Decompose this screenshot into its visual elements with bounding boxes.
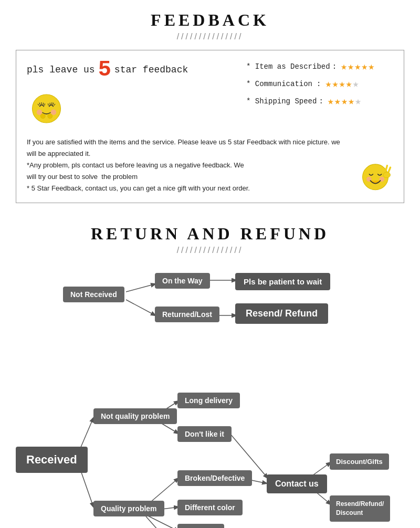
svg-line-8 [51,102,52,104]
feedback-divider: /////////////// [16,32,404,41]
svg-line-32 [146,516,178,528]
rating-label-described: * Item as Described [246,62,330,71]
rating-item-communication: * Communication : ★★★★★ [246,77,393,90]
feedback-title: FEEDBACK [16,10,404,30]
refund-title: RETURN AND REFUND [16,224,404,244]
feedback-line-3: * 5 Star Feedback, contact us, you can g… [27,183,347,194]
on-the-way-box: On the Way [155,273,210,289]
rating-stars-described: ★★★★★ [341,60,375,73]
tagline-number: 5 [98,59,111,81]
svg-point-12 [51,110,57,115]
rating-label-shipping: * Shipping Speed [246,97,317,105]
resend-refund-box: Resend/ Refund [235,303,328,324]
feedback-top-row: pls leave us 5 star feedback [27,59,393,131]
feedback-line-2: *Any problem, pls contact us before leav… [27,160,347,183]
svg-point-20 [383,172,391,178]
contact-us-box: Contact us [267,474,327,493]
refund-section: RETURN AND REFUND /////////////// Not Re… [0,219,420,528]
returned-lost-box: Returned/Lost [155,307,219,322]
received-chart: Received Not quality problem Long delive… [16,365,404,528]
happy-emoji [358,159,393,194]
resend-refund-discount-box: Resend/Refund/ Discount [330,495,390,522]
svg-point-0 [33,94,61,123]
svg-line-21 [126,284,155,292]
resend-refund-discount-label: Resend/Refund/ Discount [336,500,384,516]
rating-item-described: * Item as Described : ★★★★★ [246,60,393,73]
not-received-chart: Not Received On the Way Pls be patient t… [16,266,404,350]
tagline-prefix: pls leave us [27,65,95,75]
rating-label-communication: * Communication [246,80,314,88]
shortage-box: Shortage [177,524,224,528]
sleepy-emoji [27,90,66,129]
feedback-text: If you are satisfied with the items and … [27,136,347,194]
received-box: Received [16,447,88,473]
not-quality-box: Not quality problem [93,408,177,424]
feedback-box: pls leave us 5 star feedback [16,50,404,203]
different-color-box: Different color [177,500,243,515]
not-received-box: Not Received [63,287,124,302]
broken-box: Broken/Defective [177,470,252,486]
rating-stars-communication: ★★★★★ [325,77,359,90]
refund-divider: /////////////// [16,246,404,255]
svg-point-13 [40,114,45,119]
feedback-bottom-row: If you are satisfied with the items and … [27,136,393,194]
svg-line-5 [45,103,45,105]
quality-problem-box: Quality problem [93,501,164,516]
feedback-ratings: * Item as Described : ★★★★★ * Communicat… [246,60,393,108]
svg-point-14 [48,114,52,119]
rating-stars-shipping: ★★★★★ [328,94,362,108]
feedback-section: FEEDBACK /////////////// pls leave us 5 … [0,0,420,219]
tagline-suffix: star feedback [114,65,188,75]
feedback-line-1: If you are satisfied with the items and … [27,136,347,160]
svg-line-3 [41,102,42,104]
discount-gifts-box: Discount/Gifts [330,453,389,470]
rating-item-shipping: * Shipping Speed : ★★★★★ [246,94,393,108]
svg-line-31 [146,515,178,528]
svg-line-6 [48,103,49,105]
feedback-left: pls leave us 5 star feedback [27,59,246,131]
feedback-tagline: pls leave us 5 star feedback [27,59,246,81]
be-patient-box: Pls be patient to wait [235,273,330,290]
svg-line-22 [126,300,155,315]
svg-point-11 [37,110,43,115]
long-delivery-box: Long delivery [177,393,240,408]
dont-like-box: Don't like it [177,426,232,442]
